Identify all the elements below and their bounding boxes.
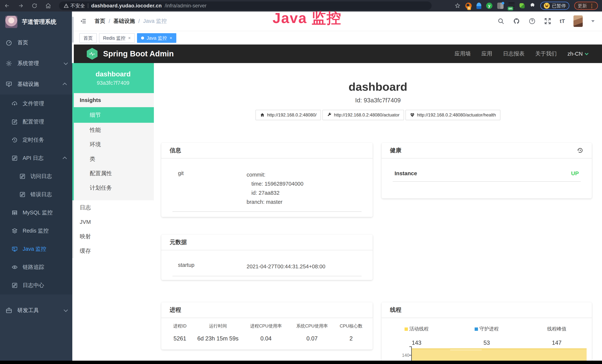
sba-nav-applications[interactable]: 应用	[482, 50, 492, 57]
paused-indicator[interactable]: 已暂停	[540, 2, 569, 10]
sidebar-item-label: 首页	[17, 39, 28, 46]
insights-item-environment[interactable]: 环境	[74, 137, 154, 152]
history-icon[interactable]	[577, 147, 583, 154]
extension-pin-icon[interactable]	[476, 3, 481, 9]
sidebar-item-java-monitor[interactable]: Java 监控	[0, 240, 72, 258]
help-icon[interactable]	[528, 18, 536, 25]
sidebar-item-redis-monitor[interactable]: Redis 监控	[0, 222, 72, 240]
user-menu-caret-icon[interactable]	[591, 20, 595, 22]
insights-item-scheduled-tasks[interactable]: 计划任务	[74, 181, 154, 195]
cloud-upload-icon	[11, 100, 18, 107]
insights-item-config-props[interactable]: 配置属性	[74, 166, 154, 181]
insights-item-metrics[interactable]: 性能	[74, 123, 154, 137]
sidebar-item-tracing[interactable]: 链路追踪	[0, 258, 72, 276]
active-dot	[141, 37, 144, 40]
sba-nav-about[interactable]: 关于我们	[535, 50, 557, 57]
puzzle-extensions-icon[interactable]	[529, 3, 536, 9]
close-icon[interactable]: ×	[170, 35, 172, 41]
instance-item-caches[interactable]: 缓存	[72, 244, 154, 258]
extension-list-icon[interactable]: on	[508, 3, 515, 9]
legend-swatch-blue	[475, 327, 478, 331]
browser-menu-icon[interactable]: ⋮	[589, 3, 594, 9]
extension-y-icon[interactable]: y	[486, 3, 493, 9]
sba-nav-journal[interactable]: 日志报表	[503, 50, 525, 57]
sidebar-item-home[interactable]: 首页	[0, 32, 72, 53]
sidebar-item-api-log[interactable]: API 日志	[0, 149, 72, 167]
eye-icon	[11, 264, 18, 270]
tab-home[interactable]: 首页	[79, 33, 97, 43]
process-value-cpu: 0.04	[243, 335, 289, 342]
insights-item-classes[interactable]: 类	[74, 152, 154, 166]
warning-icon	[64, 3, 69, 8]
endpoint-health-button[interactable]: http://192.168.0.2:48080/actuator/health	[406, 110, 500, 120]
sidebar-item-label: API 日志	[23, 154, 43, 162]
sidebar-item-system[interactable]: 系统管理	[0, 53, 72, 74]
sidebar-item-error-log[interactable]: 错误日志	[0, 185, 72, 203]
tab-redis-monitor[interactable]: Redis 监控 ×	[99, 33, 135, 43]
font-size-icon[interactable]: tT	[560, 18, 565, 24]
search-icon[interactable]	[497, 18, 505, 25]
home-icon	[260, 113, 265, 117]
toolbox-icon	[6, 307, 12, 314]
hamburger-icon[interactable]	[80, 18, 87, 24]
update-button[interactable]: 更新 ⋮	[574, 2, 598, 10]
sba-title[interactable]: Spring Boot Admin	[103, 49, 174, 58]
instance-content: dashboard Id: 93a3fc7f7409 http://192.16…	[154, 63, 602, 361]
chevron-down-icon	[64, 308, 68, 312]
avatar[interactable]	[573, 15, 583, 27]
sidebar-item-label: Redis 监控	[23, 227, 49, 235]
extension-grid-icon[interactable]	[497, 3, 504, 9]
app-logo-image	[5, 16, 17, 28]
address-bar[interactable]: 不安全 dashboard.yudao.iocoder.cn/infra/adm…	[59, 1, 432, 10]
sidebar-item-log-center[interactable]: 日志中心	[0, 276, 72, 294]
forward-icon[interactable]	[18, 3, 24, 9]
endpoint-home-button[interactable]: http://192.168.0.2:48080/	[256, 110, 321, 120]
breadcrumb-infra[interactable]: 基础设施	[113, 17, 135, 25]
endpoint-actuator-button[interactable]: http://192.168.0.2:48080/actuator	[322, 110, 404, 120]
extension-colorzilla-icon[interactable]: n	[465, 3, 472, 9]
sidebar-item-dev-tools[interactable]: 研发工具	[0, 300, 72, 321]
chevron-up-icon	[63, 157, 67, 161]
infra-submenu: 文件管理 配置管理 定时任务 API 日志 访问日志 错误日志 MySQL 监控	[0, 95, 72, 294]
close-icon[interactable]: ×	[128, 35, 131, 41]
scrollbar-thumb[interactable]	[72, 17, 74, 43]
health-row-instance: Instance UP	[393, 164, 581, 182]
github-icon[interactable]	[513, 18, 520, 25]
app-logo-row[interactable]: 芋道管理系统	[0, 11, 72, 32]
instance-item-jvm[interactable]: JVM	[72, 215, 154, 229]
monitor-chart-icon	[6, 81, 12, 87]
extensions-cluster: n y on 已暂停 更新 ⋮	[455, 2, 598, 10]
card-process: 进程 进程ID5261 运行时间6d 23h 15m 59s 进程CPU使用率0…	[161, 302, 373, 350]
sidebar-item-label: 链路追踪	[23, 264, 44, 271]
sidebar-item-infra[interactable]: 基础设施	[0, 74, 72, 95]
breadcrumb-current: Java 监控	[143, 17, 167, 25]
fullscreen-icon[interactable]	[544, 18, 551, 25]
breadcrumb-home[interactable]: 首页	[95, 17, 105, 25]
sba-nav-wallboard[interactable]: 应用墙	[455, 50, 471, 57]
bookmark-star-icon[interactable]	[455, 3, 461, 9]
instance-item-logs[interactable]: 日志	[72, 200, 154, 215]
home-icon[interactable]	[45, 3, 51, 9]
sidebar-item-access-log[interactable]: 访问日志	[0, 167, 72, 185]
tab-java-monitor[interactable]: Java 监控 ×	[137, 33, 176, 43]
insights-item-details[interactable]: 细节	[74, 107, 154, 123]
process-header-cpu: 进程CPU使用率	[243, 323, 289, 329]
process-value-uptime: 6d 23h 15m 59s	[193, 335, 243, 342]
card-metadata: 元数据 startup 2021-04-27T00:44:31.254+08:0…	[161, 235, 373, 280]
reload-icon[interactable]	[32, 3, 37, 9]
sba-language-select[interactable]: zh-CN	[568, 51, 588, 57]
threads-chart: 140 120 100	[382, 346, 592, 361]
instance-item-mappings[interactable]: 映射	[72, 229, 154, 244]
legend-swatch-yellow	[405, 327, 408, 331]
back-icon[interactable]	[4, 3, 10, 9]
security-label: 不安全	[70, 3, 85, 9]
gear-icon	[6, 60, 12, 67]
extension-leaf-icon[interactable]	[519, 3, 525, 8]
sidebar-item-file-manage[interactable]: 文件管理	[0, 95, 72, 113]
y-tick-140: 140	[393, 353, 409, 358]
scrollbar[interactable]	[72, 11, 74, 63]
sidebar-item-config-manage[interactable]: 配置管理	[0, 113, 72, 131]
sidebar-item-mysql-monitor[interactable]: MySQL 监控	[0, 203, 72, 222]
sidebar-item-scheduled-jobs[interactable]: 定时任务	[0, 131, 72, 149]
log-clipboard-icon	[19, 191, 26, 198]
